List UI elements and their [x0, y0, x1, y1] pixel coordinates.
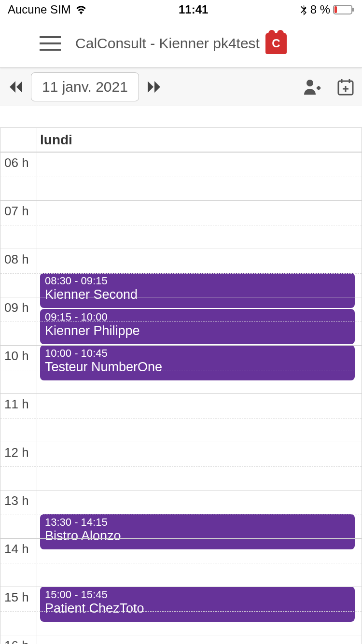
bluetooth-icon [300, 4, 307, 15]
carrier-text: Aucune SIM [8, 3, 71, 16]
svg-point-3 [306, 80, 313, 86]
next-arrow-icon[interactable] [144, 77, 163, 97]
hour-label: 16 h [4, 638, 29, 644]
hour-label: 06 h [4, 155, 29, 170]
add-calendar-icon[interactable] [336, 77, 355, 97]
hour-row: 13 h [0, 490, 362, 538]
hour-label: 14 h [4, 542, 29, 557]
hour-label: 09 h [4, 300, 29, 315]
hour-row: 06 h [0, 152, 362, 200]
svg-rect-2 [334, 6, 337, 13]
hour-label: 13 h [4, 493, 29, 508]
toolbar: 11 janv. 2021 [0, 68, 362, 106]
hour-label: 12 h [4, 445, 29, 460]
wifi-icon [75, 5, 87, 14]
hour-row: 10 h [0, 345, 362, 393]
hour-label: 07 h [4, 204, 29, 219]
calendar-header-row: lundi [0, 128, 362, 152]
hour-row: 14 h [0, 538, 362, 587]
hour-row: 08 h [0, 249, 362, 297]
battery-percent: 8 % [310, 3, 330, 16]
hour-label: 08 h [4, 252, 29, 267]
calendar-area: lundi 08:30 - 09:15Kienner Second09:15 -… [0, 106, 362, 644]
hour-row: 16 h [0, 635, 362, 644]
app-title: CalConsult - Kienner pk4test [75, 35, 260, 52]
hour-row: 12 h [0, 442, 362, 490]
time-column-header [0, 128, 37, 152]
status-bar: Aucune SIM 11:41 8 % [0, 0, 362, 19]
svg-rect-1 [352, 8, 354, 12]
calendar-body[interactable]: 08:30 - 09:15Kienner Second09:15 - 10:00… [0, 152, 362, 644]
hour-label: 10 h [4, 349, 29, 364]
hour-row: 07 h [0, 200, 362, 249]
battery-icon [333, 5, 354, 14]
app-header: CalConsult - Kienner pk4test C [0, 19, 362, 68]
hour-row: 11 h [0, 393, 362, 442]
hour-row: 09 h [0, 297, 362, 345]
menu-icon[interactable] [40, 36, 61, 51]
hour-row: 15 h [0, 587, 362, 635]
day-header: lundi [37, 128, 362, 152]
hour-label: 11 h [4, 397, 29, 412]
prev-arrow-icon[interactable] [7, 77, 26, 97]
app-logo-icon: C [265, 33, 287, 54]
add-person-icon[interactable] [302, 77, 321, 97]
status-time: 11:41 [179, 3, 208, 16]
hour-label: 15 h [4, 590, 29, 605]
date-picker[interactable]: 11 janv. 2021 [31, 72, 139, 101]
